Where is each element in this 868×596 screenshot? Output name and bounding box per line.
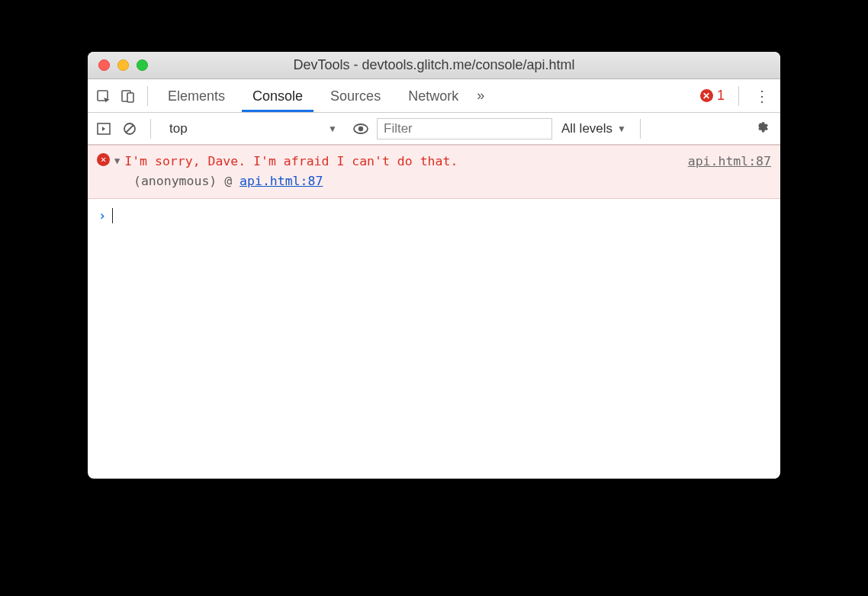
tab-network[interactable]: Network — [397, 80, 469, 112]
error-icon: ✕ — [700, 89, 713, 102]
error-count: 1 — [717, 88, 725, 104]
more-tabs-button[interactable]: » — [474, 88, 487, 104]
titlebar: DevTools - devtools.glitch.me/console/ap… — [88, 52, 780, 79]
devtools-window: DevTools - devtools.glitch.me/console/ap… — [88, 52, 780, 479]
error-row: ✕ ▼ I'm sorry, Dave. I'm afraid I can't … — [97, 152, 771, 171]
source-link[interactable]: api.html:87 — [679, 152, 771, 171]
chevron-down-icon: ▼ — [617, 123, 626, 134]
console-output: ✕ ▼ I'm sorry, Dave. I'm afraid I can't … — [88, 145, 780, 479]
console-prompt[interactable]: › — [88, 199, 780, 232]
main-tabbar: Elements Console Sources Network » ✕ 1 ⋮ — [88, 79, 780, 113]
levels-label: All levels — [561, 121, 612, 136]
minimize-window-button[interactable] — [117, 59, 129, 71]
console-error-message: ✕ ▼ I'm sorry, Dave. I'm afraid I can't … — [88, 145, 780, 199]
log-levels-select[interactable]: All levels ▼ — [558, 121, 629, 136]
zoom-window-button[interactable] — [137, 59, 148, 71]
error-icon: ✕ — [97, 153, 110, 166]
svg-point-7 — [358, 126, 363, 130]
stack-trace: (anonymous) @ api.html:87 — [97, 171, 771, 191]
clear-console-icon[interactable] — [120, 119, 140, 139]
separator — [738, 86, 739, 106]
separator — [147, 86, 148, 106]
context-label: top — [169, 121, 188, 136]
live-expression-icon[interactable] — [351, 119, 371, 139]
separator — [150, 119, 151, 139]
tab-console[interactable]: Console — [242, 80, 313, 112]
console-filterbar: top ▼ All levels ▼ — [88, 113, 780, 145]
separator — [640, 119, 641, 139]
error-count-badge[interactable]: ✕ 1 — [697, 88, 728, 104]
device-toolbar-icon[interactable] — [118, 86, 138, 106]
svg-line-5 — [126, 125, 133, 133]
tab-elements[interactable]: Elements — [157, 80, 236, 112]
close-window-button[interactable] — [98, 59, 110, 71]
console-settings-icon[interactable] — [750, 119, 774, 138]
settings-menu-button[interactable]: ⋮ — [750, 87, 774, 105]
window-title: DevTools - devtools.glitch.me/console/ap… — [97, 57, 771, 73]
inspect-element-icon[interactable] — [94, 86, 114, 106]
stack-frame-prefix: (anonymous) @ — [133, 174, 240, 188]
error-text: I'm sorry, Dave. I'm afraid I can't do t… — [124, 152, 674, 171]
chevron-down-icon: ▼ — [328, 123, 337, 134]
toggle-sidebar-icon[interactable] — [94, 119, 114, 139]
prompt-chevron-icon: › — [98, 208, 106, 223]
expand-toggle-icon[interactable]: ▼ — [114, 154, 120, 168]
svg-rect-2 — [127, 93, 133, 102]
text-caret — [112, 208, 113, 223]
stack-frame-link[interactable]: api.html:87 — [240, 174, 323, 188]
tab-sources[interactable]: Sources — [320, 80, 391, 112]
execution-context-select[interactable]: top ▼ — [162, 118, 345, 139]
tabbar-right: ✕ 1 ⋮ — [697, 86, 774, 106]
filter-input[interactable] — [377, 118, 552, 139]
traffic-lights — [98, 59, 148, 71]
panel-tabs: Elements Console Sources Network — [157, 80, 469, 112]
